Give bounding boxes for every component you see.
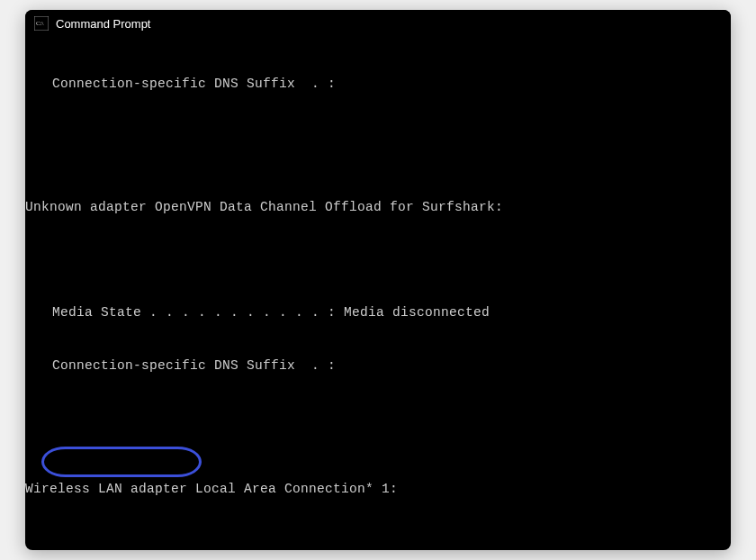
output-line: Connection-specific DNS Suffix . : bbox=[25, 357, 731, 375]
adapter-header: Unknown adapter OpenVPN Data Channel Off… bbox=[25, 199, 731, 217]
output-line: Media State . . . . . . . . . . . : Medi… bbox=[25, 304, 731, 322]
command-prompt-icon: C:\ bbox=[34, 16, 49, 31]
terminal-output[interactable]: Connection-specific DNS Suffix . : Unkno… bbox=[25, 37, 731, 550]
titlebar: C:\ Command Prompt bbox=[25, 10, 731, 37]
highlight-annotation bbox=[41, 447, 202, 477]
adapter-header: Wireless LAN adapter Local Area Connecti… bbox=[25, 481, 731, 499]
blank-line bbox=[25, 411, 731, 429]
window-title: Command Prompt bbox=[56, 17, 150, 31]
blank-line bbox=[25, 129, 731, 147]
svg-text:C:\: C:\ bbox=[36, 20, 44, 27]
blank-line bbox=[25, 534, 731, 550]
command-prompt-window: C:\ Command Prompt Connection-specific D… bbox=[25, 10, 731, 550]
blank-line bbox=[25, 252, 731, 270]
output-line: Connection-specific DNS Suffix . : bbox=[25, 76, 731, 94]
